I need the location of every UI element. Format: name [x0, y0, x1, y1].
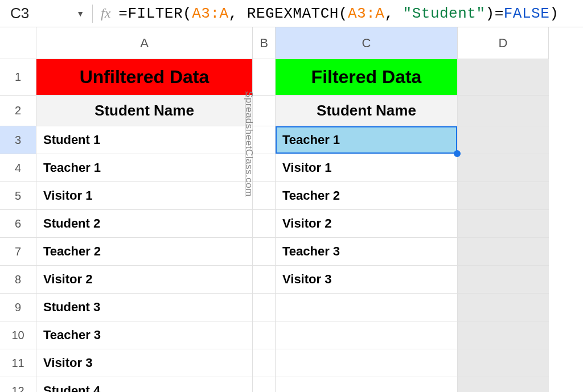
cell-C7[interactable]: Teacher 3 [276, 238, 458, 266]
cell-C10[interactable] [276, 321, 458, 349]
cell-B10[interactable] [253, 321, 276, 349]
row-header-12[interactable]: 12 [0, 377, 36, 392]
formula-paren: ) [486, 5, 495, 22]
cell-D7[interactable] [458, 238, 549, 266]
name-box-dropdown-icon[interactable]: ▼ [76, 9, 84, 18]
cell-A10[interactable]: Teacher 3 [36, 321, 253, 349]
row-header-3[interactable]: 3 [0, 126, 36, 154]
col-header-C[interactable]: C [276, 27, 458, 59]
cell-C6[interactable]: Visitor 2 [276, 210, 458, 238]
table-row: Student Name Student Name [36, 96, 583, 126]
row-header-10[interactable]: 10 [0, 321, 36, 349]
table-row: Student 2 Visitor 2 [36, 210, 583, 238]
table-row: Teacher 1 Visitor 1 [36, 154, 583, 182]
formula-eq2: = [495, 5, 504, 22]
formula-comma: , [229, 5, 247, 22]
cell-A4[interactable]: Teacher 1 [36, 154, 253, 182]
cell-C12[interactable] [276, 377, 458, 392]
formula-paren: ( [183, 5, 192, 22]
cell-B11[interactable] [253, 349, 276, 377]
cell-C4[interactable]: Visitor 1 [276, 154, 458, 182]
cell-C9[interactable] [276, 294, 458, 321]
watermark: SpreadsheetClass.com [243, 91, 254, 197]
formula-range: A3:A [192, 5, 228, 22]
cell-D4[interactable] [458, 154, 549, 182]
cell-A7[interactable]: Teacher 2 [36, 238, 253, 266]
row-header-6[interactable]: 6 [0, 210, 36, 238]
cell-A3[interactable]: Student 1 [36, 126, 253, 154]
table-row: Student 1 Teacher 1 [36, 126, 583, 154]
cell-C2[interactable]: Student Name [276, 96, 458, 126]
cell-B4[interactable] [253, 154, 276, 182]
cell-C1[interactable]: Filtered Data [276, 59, 458, 96]
formula-range: A3:A [348, 5, 384, 22]
formula-input[interactable]: =FILTER(A3:A, REGEXMATCH(A3:A, "Student"… [118, 5, 559, 22]
fx-icon: fx [101, 6, 110, 21]
formula-paren: ( [339, 5, 348, 22]
name-box[interactable]: C3 ▼ [5, 2, 90, 24]
row-header-column: 1 2 3 4 5 6 7 8 9 10 11 12 [0, 27, 36, 392]
table-row: Visitor 2 Visitor 3 [36, 266, 583, 294]
cell-B5[interactable] [253, 182, 276, 210]
cell-B6[interactable] [253, 210, 276, 238]
col-header-A[interactable]: A [36, 27, 253, 59]
cell-D10[interactable] [458, 321, 549, 349]
cell-A11[interactable]: Visitor 3 [36, 349, 253, 377]
cell-C3[interactable]: Teacher 1 [276, 126, 458, 154]
cell-A2[interactable]: Student Name [36, 96, 253, 126]
cell-B3[interactable] [253, 126, 276, 154]
cell-B1[interactable] [253, 59, 276, 96]
formula-comma: , [384, 5, 403, 22]
select-all-corner[interactable] [0, 27, 36, 59]
formula-false: FALSE [504, 5, 550, 22]
table-row: Visitor 3 [36, 349, 583, 377]
cell-A5[interactable]: Visitor 1 [36, 182, 253, 210]
formula-paren: ) [549, 5, 559, 22]
col-header-D[interactable]: D [458, 27, 549, 59]
row-header-1[interactable]: 1 [0, 59, 36, 96]
row-header-5[interactable]: 5 [0, 182, 36, 210]
cell-C5[interactable]: Teacher 2 [276, 182, 458, 210]
row-header-4[interactable]: 4 [0, 154, 36, 182]
cell-D2[interactable] [458, 96, 549, 126]
cell-A8[interactable]: Visitor 2 [36, 266, 253, 294]
cell-A9[interactable]: Student 3 [36, 294, 253, 321]
row-header-9[interactable]: 9 [0, 294, 36, 321]
cell-C8[interactable]: Visitor 3 [276, 266, 458, 294]
cell-B8[interactable] [253, 266, 276, 294]
column-headers: A B C D [36, 27, 583, 59]
cell-B7[interactable] [253, 238, 276, 266]
cell-D5[interactable] [458, 182, 549, 210]
cell-D9[interactable] [458, 294, 549, 321]
row-header-7[interactable]: 7 [0, 238, 36, 266]
cell-D3[interactable] [458, 126, 549, 154]
table-row: Visitor 1 Teacher 2 [36, 182, 583, 210]
cell-D1[interactable] [458, 59, 549, 96]
table-row: Unfiltered Data Filtered Data [36, 59, 583, 96]
formula-bar: C3 ▼ fx =FILTER(A3:A, REGEXMATCH(A3:A, "… [0, 0, 583, 27]
selection-handle[interactable] [454, 150, 461, 157]
cell-A6[interactable]: Student 2 [36, 210, 253, 238]
cell-D11[interactable] [458, 349, 549, 377]
spreadsheet-grid: 1 2 3 4 5 6 7 8 9 10 11 12 A B C D Unfil… [0, 27, 583, 392]
formula-string: "Student" [403, 5, 486, 22]
table-row: Student 3 [36, 294, 583, 321]
cell-D12[interactable] [458, 377, 549, 392]
cell-D8[interactable] [458, 266, 549, 294]
row-header-8[interactable]: 8 [0, 266, 36, 294]
row-header-2[interactable]: 2 [0, 96, 36, 126]
data-rows: Unfiltered Data Filtered Data Student Na… [36, 59, 583, 392]
cell-C11[interactable] [276, 349, 458, 377]
formula-eq: = [118, 5, 128, 22]
col-header-B[interactable]: B [253, 27, 276, 59]
table-row: Teacher 2 Teacher 3 [36, 238, 583, 266]
cell-B9[interactable] [253, 294, 276, 321]
cell-D6[interactable] [458, 210, 549, 238]
name-box-value: C3 [10, 5, 29, 22]
cell-A1[interactable]: Unfiltered Data [36, 59, 253, 96]
cell-B12[interactable] [253, 377, 276, 392]
cell-B2[interactable] [253, 96, 276, 126]
columns-area: A B C D Unfiltered Data Filtered Data St… [36, 27, 583, 392]
row-header-11[interactable]: 11 [0, 349, 36, 377]
cell-A12[interactable]: Student 4 [36, 377, 253, 392]
